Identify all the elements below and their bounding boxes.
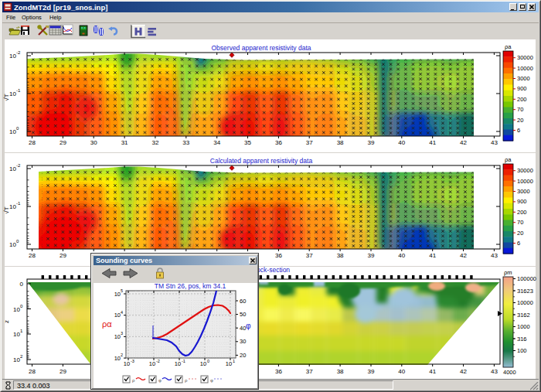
svg-text:40: 40 — [398, 368, 405, 375]
svg-text:10: 10 — [226, 360, 232, 367]
svg-text:38: 38 — [337, 368, 344, 375]
svg-text:31623: 31623 — [517, 288, 533, 295]
svg-text:100000: 100000 — [517, 275, 536, 282]
svg-text:2: 2 — [20, 354, 23, 359]
svg-text:ρm: ρm — [504, 269, 512, 276]
svg-text:30: 30 — [90, 139, 97, 146]
svg-text:43: 43 — [491, 368, 498, 375]
svg-text:0: 0 — [20, 281, 24, 288]
svg-text:ρ: ρ — [132, 378, 135, 383]
svg-text:10: 10 — [114, 355, 121, 362]
svg-text:TM Stn 26, pos, km 34.1: TM Stn 26, pos, km 34.1 — [155, 282, 226, 290]
svg-text:29: 29 — [60, 252, 66, 259]
svg-text:36: 36 — [275, 368, 282, 375]
svg-text:10: 10 — [200, 360, 206, 367]
svg-text:31: 31 — [121, 139, 128, 146]
svg-text:29: 29 — [60, 368, 66, 375]
svg-text:10: 10 — [114, 312, 121, 319]
svg-text:20: 20 — [240, 352, 246, 359]
svg-text:-2: -2 — [16, 50, 21, 55]
svg-text:30000: 30000 — [517, 167, 533, 174]
svg-text:10: 10 — [114, 333, 121, 340]
svg-text:10: 10 — [149, 360, 155, 367]
svg-text:36: 36 — [275, 139, 282, 146]
svg-text:4000: 4000 — [503, 369, 516, 376]
svg-text:60: 60 — [240, 298, 246, 305]
svg-text:42: 42 — [460, 252, 467, 259]
svg-text:41: 41 — [429, 368, 436, 375]
svg-text:36: 36 — [275, 252, 282, 259]
svg-text:ρa: ρa — [505, 156, 512, 163]
svg-text:1: 1 — [233, 359, 235, 363]
svg-text:50: 50 — [240, 311, 246, 318]
svg-text:ρa: ρa — [505, 43, 512, 50]
svg-text:35: 35 — [244, 139, 251, 146]
svg-text:10: 10 — [124, 360, 130, 367]
svg-text:70: 70 — [517, 106, 523, 113]
svg-text:43: 43 — [491, 252, 498, 259]
svg-text:900: 900 — [517, 85, 527, 92]
svg-text:200: 200 — [517, 209, 527, 216]
svg-text:-2: -2 — [156, 359, 160, 363]
svg-text:28: 28 — [29, 139, 36, 146]
svg-text:6: 6 — [517, 127, 520, 134]
svg-text:0: 0 — [16, 126, 19, 131]
svg-text:41: 41 — [429, 139, 436, 146]
svg-text:39: 39 — [368, 368, 375, 375]
svg-text:-1: -1 — [16, 201, 21, 206]
svg-text:φ: φ — [158, 378, 162, 383]
svg-text:0: 0 — [207, 359, 209, 363]
svg-text:70: 70 — [517, 219, 523, 226]
svg-text:-2: -2 — [16, 163, 21, 168]
svg-text:43: 43 — [491, 139, 498, 146]
svg-text:316: 316 — [517, 336, 527, 343]
svg-text:ρ: ρ — [185, 378, 188, 383]
svg-text:3: 3 — [121, 331, 123, 336]
svg-text:42: 42 — [460, 139, 467, 146]
svg-text:40: 40 — [398, 252, 405, 259]
svg-text:38: 38 — [337, 139, 344, 146]
svg-text:ρα: ρα — [102, 319, 112, 329]
svg-text:√T: √T — [3, 94, 10, 101]
svg-text:Observed apparent resistivity: Observed apparent resistivity data — [212, 44, 311, 52]
svg-text:√T: √T — [3, 206, 10, 213]
svg-text:2: 2 — [121, 353, 123, 357]
svg-text:1000: 1000 — [517, 323, 530, 330]
svg-text:10: 10 — [175, 360, 181, 367]
svg-text:100: 100 — [517, 347, 527, 354]
svg-text:37: 37 — [306, 368, 313, 375]
svg-text:200: 200 — [517, 96, 527, 103]
svg-text:34: 34 — [213, 139, 220, 146]
svg-text:φ: φ — [246, 322, 251, 330]
svg-text:4: 4 — [121, 310, 123, 315]
svg-text:40: 40 — [398, 139, 405, 146]
svg-text:28: 28 — [29, 252, 36, 259]
svg-text:20: 20 — [517, 230, 523, 237]
svg-text:5: 5 — [121, 288, 123, 293]
svg-text:3000: 3000 — [517, 188, 530, 195]
svg-text:Calculated apparent resistivit: Calculated apparent resistivity data — [210, 157, 313, 165]
svg-text:6: 6 — [517, 240, 520, 247]
svg-text:41: 41 — [429, 252, 436, 259]
svg-text:39: 39 — [368, 252, 375, 259]
svg-text:10000: 10000 — [517, 178, 533, 185]
svg-text:z: z — [3, 320, 10, 323]
svg-text:3000: 3000 — [517, 75, 530, 82]
svg-text:38: 38 — [337, 252, 344, 259]
svg-text:37: 37 — [306, 139, 313, 146]
svg-text:-1: -1 — [182, 359, 185, 363]
svg-text:-1: -1 — [16, 88, 21, 93]
svg-text:39: 39 — [368, 139, 375, 146]
svg-text:33: 33 — [182, 139, 189, 146]
svg-text:3162: 3162 — [517, 312, 530, 319]
svg-text:10000: 10000 — [517, 299, 533, 306]
svg-text:28: 28 — [29, 368, 36, 375]
svg-text:30: 30 — [240, 338, 246, 345]
svg-text:32: 32 — [151, 139, 158, 146]
svg-text:10000: 10000 — [517, 65, 533, 72]
svg-text:30000: 30000 — [517, 54, 533, 61]
svg-text:900: 900 — [517, 198, 527, 205]
svg-text:0: 0 — [20, 304, 23, 308]
svg-text:37: 37 — [306, 252, 313, 259]
svg-text:1: 1 — [20, 329, 23, 333]
